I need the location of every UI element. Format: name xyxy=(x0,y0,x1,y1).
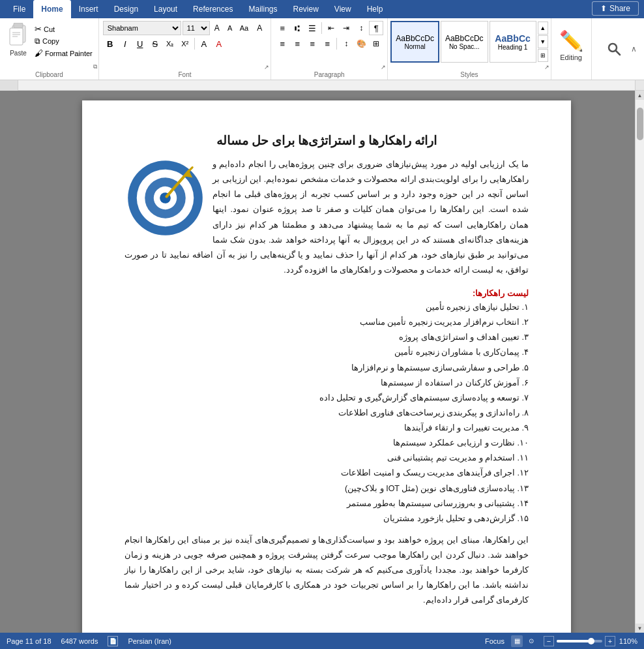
styles-dialog-launcher[interactable]: ↗ xyxy=(544,64,549,70)
style-normal-label: Normal xyxy=(404,43,425,50)
editing-group: ✏️ Editing xyxy=(551,18,592,80)
zoom-slider[interactable] xyxy=(557,640,602,642)
styles-more-button[interactable]: ⊞ xyxy=(538,49,548,62)
tab-references[interactable]: References xyxy=(185,0,241,18)
tab-design[interactable]: Design xyxy=(106,0,146,18)
document-closing: این راهکارها، مبنای این پروژه خواهند بود… xyxy=(124,533,529,609)
ruler xyxy=(18,80,635,90)
tab-file[interactable]: File xyxy=(5,0,33,18)
vertical-scrollbar[interactable]: ▲ ▼ xyxy=(635,91,644,633)
font-dialog-launcher[interactable]: ↗ xyxy=(264,64,269,70)
tab-home[interactable]: Home xyxy=(33,0,70,18)
list-item: ۱۱. استخدام و مدیریت تیم پشتیبانی فنی xyxy=(124,451,529,466)
align-center-button[interactable]: ≡ xyxy=(290,37,304,51)
tab-mailings[interactable]: Mailings xyxy=(241,0,285,18)
justify-button[interactable]: ≡ xyxy=(320,37,334,51)
scroll-up-button[interactable]: ▲ xyxy=(636,91,645,100)
list-item: ۴. پیمان‌کاری با مشاوران زنجیره تأمین xyxy=(124,345,529,360)
copy-button[interactable]: ⧉ Copy xyxy=(33,36,95,46)
subscript-button[interactable]: X₂ xyxy=(163,37,177,51)
borders-button[interactable]: ⊞ xyxy=(369,37,383,51)
left-margin xyxy=(0,91,18,633)
clipboard-dialog-launcher[interactable]: ⧉ xyxy=(93,63,97,70)
paragraph-dialog-launcher[interactable]: ↗ xyxy=(381,64,386,70)
align-right-button[interactable]: ≡ xyxy=(305,37,319,51)
styles-scroll-up-button[interactable]: ▲ xyxy=(538,22,548,35)
list-item: ۱۳. پیاده‌سازی فناوری‌های نوین (مثل IOT … xyxy=(124,481,529,496)
style-nospace-sample: AaBbCcDc xyxy=(445,34,484,43)
scroll-track xyxy=(636,100,644,624)
sort-button[interactable]: ↕ xyxy=(354,21,368,35)
share-icon: ⬆ xyxy=(600,4,607,13)
underline-button[interactable]: U xyxy=(133,37,147,51)
document-list: ۱. تحلیل نیازهای زنجیره تأمین ۲. انتخاب … xyxy=(124,300,529,526)
paste-label: Paste xyxy=(10,50,27,57)
tab-insert[interactable]: Insert xyxy=(71,0,106,18)
ribbon-collapse-button[interactable]: ∧ xyxy=(627,42,640,55)
focus-label[interactable]: Focus xyxy=(485,637,505,645)
zoom-level[interactable]: 110% xyxy=(618,637,637,645)
paste-button[interactable]: Paste xyxy=(4,21,33,69)
format-painter-button[interactable]: 🖌 Format Painter xyxy=(33,48,95,59)
font-size-decrease-button[interactable]: A xyxy=(224,21,236,35)
zoom-out-button[interactable]: − xyxy=(544,636,554,646)
style-no-space[interactable]: AaBbCcDc No Spac... xyxy=(441,21,488,63)
italic-button[interactable]: I xyxy=(118,37,132,51)
font-size-increase-button[interactable]: A xyxy=(211,21,223,35)
font-color-button[interactable]: A xyxy=(212,37,226,51)
editing-label: Editing xyxy=(560,53,582,61)
list-item: ۱۲. اجرای فرآیندهای مدیریت ریسک و امنیت … xyxy=(124,466,529,481)
style-heading1[interactable]: AaBbCc Heading 1 xyxy=(490,21,536,63)
numbering-button[interactable]: ⑆ xyxy=(290,21,304,35)
web-layout-button[interactable]: ⊙ xyxy=(525,635,537,647)
search-icon xyxy=(607,42,621,56)
font-size-select[interactable]: 11 xyxy=(183,21,210,35)
align-left-button[interactable]: ≡ xyxy=(275,37,289,51)
list-item: ۸. راه‌اندازی و پیکربندی زیرساخت‌های فنا… xyxy=(124,406,529,421)
share-button[interactable]: ⬆ Share xyxy=(592,1,639,16)
page-info: Page 11 of 18 xyxy=(7,637,51,645)
document-image xyxy=(124,157,206,239)
zoom-controls: − + 110% xyxy=(544,636,637,646)
font-family-select[interactable]: Shabnam xyxy=(103,21,181,35)
list-item: ۹. مدیریت تغییرات و ارتقاء فرآیندها xyxy=(124,421,529,436)
show-formatting-button[interactable]: ¶ xyxy=(369,21,383,35)
document-title: ارائه راهکارها و استراتژی‌ها برای حل مسا… xyxy=(124,133,529,148)
tab-view[interactable]: View xyxy=(327,0,359,18)
superscript-button[interactable]: X² xyxy=(178,37,192,51)
paragraph-group-label: Paragraph xyxy=(271,71,387,78)
scroll-thumb[interactable] xyxy=(637,108,643,140)
bullets-button[interactable]: ≡ xyxy=(275,21,289,35)
clear-formatting-button[interactable]: A xyxy=(252,21,267,35)
font-group-label: Font xyxy=(99,71,271,78)
shading-button[interactable]: 🎨 xyxy=(354,37,368,51)
list-item: ۱۰. نظارت و ارزیابی عملکرد سیستم‌ها xyxy=(124,436,529,451)
bold-button[interactable]: B xyxy=(103,37,117,51)
track-changes-icon: 📄 xyxy=(108,636,118,646)
increase-indent-button[interactable]: ⇥ xyxy=(339,21,353,35)
text-highlight-button[interactable]: A xyxy=(197,37,211,51)
strikethrough-button[interactable]: S xyxy=(148,37,162,51)
scroll-down-button[interactable]: ▼ xyxy=(636,624,645,633)
search-button[interactable] xyxy=(601,36,627,62)
decrease-indent-button[interactable]: ⇤ xyxy=(324,21,338,35)
tab-help[interactable]: Help xyxy=(359,0,391,18)
style-normal[interactable]: AaBbCcDc Normal xyxy=(390,21,439,63)
svg-rect-1 xyxy=(14,23,23,28)
multilevel-button[interactable]: ☰ xyxy=(305,21,319,35)
line-spacing-button[interactable]: ↕ xyxy=(339,37,353,51)
zoom-in-button[interactable]: + xyxy=(605,636,615,646)
print-layout-button[interactable]: ▦ xyxy=(511,635,523,647)
tab-layout[interactable]: Layout xyxy=(146,0,185,18)
ruler-corner xyxy=(0,80,18,91)
cut-button[interactable]: ✂ Cut xyxy=(33,23,95,35)
document-page: ارائه راهکارها و استراتژی‌ها برای حل مسا… xyxy=(82,100,571,633)
tab-review[interactable]: Review xyxy=(285,0,326,18)
styles-scroll-down-button[interactable]: ▼ xyxy=(538,35,548,48)
style-h1-sample: AaBbCc xyxy=(495,33,530,44)
document-list-title: لیست راهکارها: xyxy=(124,288,529,298)
change-case-button[interactable]: Aa xyxy=(237,21,251,35)
svg-rect-8 xyxy=(18,80,635,90)
svg-line-16 xyxy=(189,168,192,171)
language: Persian (Iran) xyxy=(128,637,171,645)
